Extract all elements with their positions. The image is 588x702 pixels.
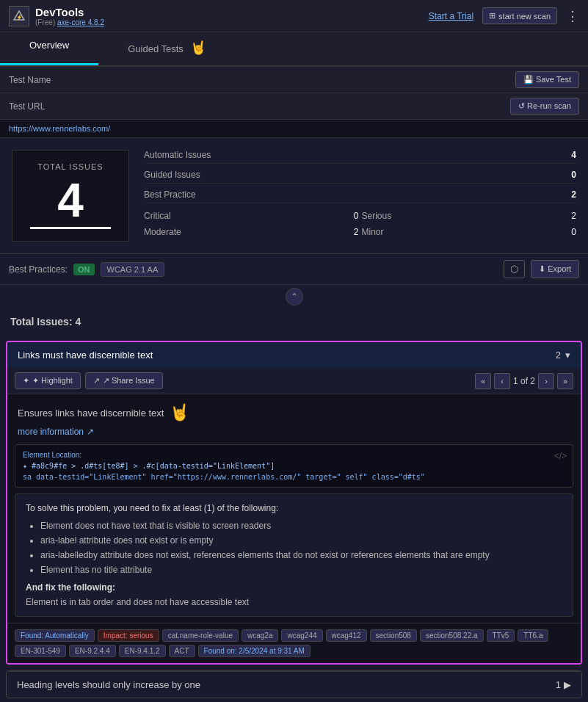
tag-item: wcag244 <box>281 629 322 642</box>
highlight-button[interactable]: ✦ ✦ Highlight <box>15 372 81 389</box>
fix-and-label: And fix the following: <box>26 582 562 593</box>
tag-item: section508 <box>370 629 417 642</box>
description-emoji: 🤘 <box>170 403 189 422</box>
fix-suggestions-box: To solve this problem, you need to fix a… <box>15 493 573 617</box>
save-test-button[interactable]: 💾 Save Test <box>515 71 579 88</box>
highlight-icon: ✦ <box>23 376 29 386</box>
issue-nav-bar: ✦ ✦ Highlight ↗ ↗ Share Issue « ‹ 1 of 2… <box>7 368 581 394</box>
tag-item: EN-9.2.4.4 <box>69 645 116 657</box>
fix-list-item: Element has no title attribute <box>40 565 562 575</box>
other-issue-card-0: Heading levels should only increase by o… <box>6 670 582 698</box>
tab-overview[interactable]: Overview <box>0 32 98 65</box>
total-issues-box: TOTAL ISSUES 4 <box>12 150 129 242</box>
pg-first-button[interactable]: « <box>475 373 491 389</box>
controls-right: ⬡ ⬇ Export <box>504 260 579 278</box>
fix-list-item: Element does not have text that is visib… <box>40 521 562 531</box>
share-button[interactable]: ⬡ <box>504 260 525 278</box>
chevron-down-icon: ▾ <box>565 350 570 361</box>
wcag-badge[interactable]: WCAG 2.1 AA <box>101 262 165 277</box>
critical-row: Critical 0 <box>144 209 359 222</box>
mini-issue-header-0[interactable]: Heading levels should only increase by o… <box>7 671 581 698</box>
summary-panel: TOTAL ISSUES 4 Automatic Issues 4 Guided… <box>0 138 588 254</box>
tags-bar: Found: AutomaticallyImpact: seriouscat.n… <box>7 623 581 663</box>
fix-list-item: aria-labelledby attribute does not exist… <box>40 550 562 560</box>
start-trial-button[interactable]: Start a Trial <box>429 11 473 21</box>
logo-area: ⚡ DevTools (Free) axe-core 4.8.2 <box>9 6 429 26</box>
pg-next-button[interactable]: › <box>538 373 554 389</box>
test-url-bar: Test URL ↺ Re-run scan <box>0 93 588 120</box>
tag-item: TTv5 <box>487 629 515 642</box>
copy-code-icon[interactable]: </> <box>554 451 567 461</box>
tab-guided-tests[interactable]: Guided Tests 🤘 <box>98 32 236 65</box>
tag-item: EN-9.4.1.2 <box>119 645 166 657</box>
tag-item: wcag412 <box>326 629 367 642</box>
element-location-label: Element Location: <box>23 451 565 459</box>
tag-item: Found on: 2/5/2024 at 9:31 AM <box>198 645 311 657</box>
share-issue-button[interactable]: ↗ ↗ Share Issue <box>85 372 163 389</box>
app-name: DevTools <box>35 6 104 18</box>
guided-issues-row: Guided Issues 0 <box>144 170 576 184</box>
test-name-bar: Test Name 💾 Save Test <box>0 67 588 93</box>
tag-item: Impact: serious <box>98 629 159 642</box>
collapse-button[interactable]: ⌃ <box>286 288 303 305</box>
issues-breakdown: Automatic Issues 4 Guided Issues 0 Best … <box>144 150 576 242</box>
tag-item: wcag2a <box>242 629 278 642</box>
rerun-scan-button[interactable]: ↺ Re-run scan <box>510 98 579 115</box>
app-version: (Free) axe-core 4.8.2 <box>35 18 104 26</box>
code-block: Element Location: ✦ #a8c9#fe > .d#ts[te8… <box>15 444 573 488</box>
active-issue-count: 2 ▾ <box>556 350 570 361</box>
app-logo: ⚡ <box>9 6 29 26</box>
active-issue-body: ✦ ✦ Highlight ↗ ↗ Share Issue « ‹ 1 of 2… <box>7 368 581 663</box>
app-title-group: DevTools (Free) axe-core 4.8.2 <box>35 6 104 26</box>
total-issues-number: 4 <box>30 177 111 229</box>
severity-grid: Critical 0 Serious 2 Moderate 2 Minor 0 <box>144 209 576 239</box>
active-issue-card: Links must have discernible text 2 ▾ ✦ ✦… <box>6 341 582 665</box>
guided-emoji: 🤘 <box>190 40 206 55</box>
fix-list-item: aria-label attribute does not exist or i… <box>40 535 562 546</box>
best-practices-label: Best Practices: <box>9 264 68 275</box>
axe-core-link[interactable]: axe-core 4.8.2 <box>57 18 104 26</box>
best-practices-status[interactable]: ON <box>73 264 95 275</box>
issue-description: Ensures links have discernible text 🤘 <box>7 394 581 427</box>
issue-nav-left: ✦ ✦ Highlight ↗ ↗ Share Issue <box>15 372 163 389</box>
moderate-row: Moderate 2 <box>144 225 359 239</box>
best-practice-row: Best Practice 2 <box>144 189 576 203</box>
tag-item: TT6.a <box>518 629 548 642</box>
export-button[interactable]: ⬇ Export <box>531 260 579 278</box>
share-issue-icon: ↗ <box>93 376 100 386</box>
chevron-right-icon-0: ▶ <box>564 679 571 690</box>
app-header: ⚡ DevTools (Free) axe-core 4.8.2 Start a… <box>0 0 588 32</box>
mini-issue-num-0: 1 <box>556 679 561 690</box>
pg-last-button[interactable]: » <box>557 373 573 389</box>
pagination-label: 1 of 2 <box>513 376 535 386</box>
test-name-label: Test Name <box>9 75 51 85</box>
controls-bar: Best Practices: ON WCAG 2.1 AA ⬡ ⬇ Expor… <box>0 254 588 285</box>
pg-prev-button[interactable]: ‹ <box>494 373 510 389</box>
mini-issue-title-0: Heading levels should only increase by o… <box>17 679 200 690</box>
header-actions: Start a Trial ⊞ start new scan ⋮ <box>429 7 579 24</box>
code-snippet: ✦ #a8c9#fe > .d#ts[te8#] > .#c[data-test… <box>23 462 565 470</box>
fix-also-text: Element is in tab order and does not hav… <box>26 597 562 607</box>
fix-title: To solve this problem, you need to fix a… <box>26 503 562 513</box>
total-issues-label: TOTAL ISSUES <box>30 162 111 171</box>
tag-item: ACT <box>169 645 195 657</box>
tag-item: section508.22.a <box>420 629 484 642</box>
external-link-icon: ↗ <box>87 427 94 437</box>
main-tabs: Overview Guided Tests 🤘 <box>0 32 588 67</box>
total-issues-heading: Total Issues: 4 <box>0 308 588 335</box>
new-scan-icon: ⊞ <box>489 11 496 21</box>
minor-row: Minor 0 <box>362 225 577 239</box>
mini-issue-count-0: 1 ▶ <box>556 679 571 690</box>
tag-item: EN-301-549 <box>15 645 66 657</box>
active-issue-header[interactable]: Links must have discernible text 2 ▾ <box>7 342 581 368</box>
menu-button[interactable]: ⋮ <box>566 8 579 24</box>
svg-text:⚡: ⚡ <box>16 14 23 21</box>
serious-row: Serious 2 <box>362 209 577 222</box>
pagination-controls: « ‹ 1 of 2 › » <box>475 373 573 389</box>
new-scan-button[interactable]: ⊞ start new scan <box>482 7 557 24</box>
url-display: https://www.rennerlabs.com/ <box>0 120 588 138</box>
test-url-label: Test URL <box>9 101 45 112</box>
share-icon: ⬡ <box>510 264 518 275</box>
more-info-link[interactable]: more information ↗ <box>7 427 581 444</box>
automatic-issues-row: Automatic Issues 4 <box>144 150 576 164</box>
